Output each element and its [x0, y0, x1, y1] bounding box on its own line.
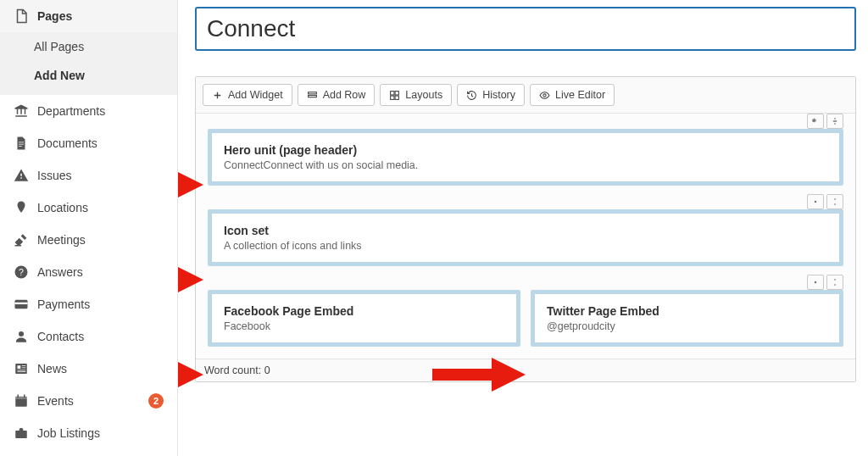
pin-icon — [14, 200, 29, 215]
svg-rect-7 — [22, 365, 26, 366]
sidebar-item-issues[interactable]: Issues — [0, 159, 177, 192]
sidebar-label: Departments — [37, 104, 164, 118]
sidebar-label: News — [37, 362, 164, 375]
main-content: Add Widget Add Row Layouts History Live … — [178, 0, 868, 456]
person-icon — [14, 329, 29, 344]
widget-description: Facebook — [224, 320, 504, 332]
sidebar-label: Issues — [37, 169, 164, 182]
wordcount-label: Word count: — [204, 364, 264, 376]
svg-rect-22 — [391, 91, 394, 94]
svg-rect-5 — [15, 364, 27, 374]
svg-rect-9 — [18, 370, 26, 371]
building-icon — [14, 103, 29, 119]
sidebar-item-contacts[interactable]: Contacts — [0, 320, 177, 353]
svg-point-26 — [543, 93, 546, 96]
svg-rect-23 — [395, 91, 398, 94]
svg-rect-3 — [15, 303, 28, 304]
live-editor-button[interactable]: Live Editor — [530, 84, 615, 106]
svg-rect-6 — [18, 365, 21, 369]
add-widget-button[interactable]: Add Widget — [203, 84, 292, 106]
svg-rect-25 — [395, 96, 398, 99]
sidebar-label: Events — [37, 394, 140, 408]
sidebar-submenu-pages: All Pages Add New — [0, 32, 177, 95]
builder-row: Hero unit (page header) ConnectConnect w… — [208, 129, 843, 186]
sidebar-label: Documents — [37, 136, 164, 150]
svg-rect-14 — [24, 395, 25, 398]
btn-label: Add Row — [323, 89, 366, 101]
svg-rect-8 — [22, 368, 26, 369]
widget-facebook-embed[interactable]: Facebook Page Embed Facebook — [208, 290, 520, 347]
row-settings-button[interactable] — [807, 114, 824, 129]
sidebar-label: Job Listings — [37, 426, 164, 440]
sidebar-label: Pages — [37, 9, 164, 23]
builder-toolbar: Add Widget Add Row Layouts History Live … — [196, 77, 855, 114]
sidebar-sub-add-new[interactable]: Add New — [0, 61, 177, 90]
widget-icon-set[interactable]: Icon set A collection of icons and links — [208, 209, 843, 266]
sidebar-item-answers[interactable]: ? Answers — [0, 256, 177, 288]
svg-rect-15 — [15, 431, 27, 438]
row-move-button[interactable] — [826, 114, 843, 129]
calendar-icon — [14, 393, 29, 409]
widget-title: Icon set — [224, 224, 827, 237]
sidebar-label: Meetings — [37, 233, 164, 247]
gavel-icon — [14, 232, 29, 247]
sidebar-item-forms[interactable]: Forms — [0, 449, 177, 456]
svg-text:?: ? — [19, 267, 24, 277]
svg-rect-10 — [18, 371, 26, 372]
sidebar-item-locations[interactable]: Locations — [0, 192, 177, 224]
widget-description: A collection of icons and links — [224, 240, 827, 252]
btn-label: Add Widget — [228, 89, 283, 101]
news-icon — [14, 361, 29, 376]
sidebar-item-events[interactable]: Events 2 — [0, 385, 177, 417]
svg-rect-13 — [18, 395, 19, 398]
page-title-input[interactable] — [195, 7, 856, 51]
widget-title: Twitter Page Embed — [547, 304, 827, 318]
sidebar-sub-all-pages[interactable]: All Pages — [0, 32, 177, 61]
row-settings-button[interactable] — [807, 194, 824, 209]
sidebar-item-news[interactable]: News — [0, 353, 177, 385]
sidebar-item-job-listings[interactable]: Job Listings — [0, 417, 177, 449]
page-icon — [14, 8, 29, 24]
sidebar-label: Contacts — [37, 330, 164, 343]
row-move-button[interactable] — [826, 275, 843, 290]
events-badge: 2 — [148, 393, 164, 409]
row-move-button[interactable] — [826, 194, 843, 209]
page-builder: Add Widget Add Row Layouts History Live … — [195, 76, 856, 382]
svg-point-27 — [815, 201, 817, 203]
document-icon — [14, 136, 29, 151]
btn-label: History — [482, 89, 515, 101]
sidebar: Pages All Pages Add New Departments Docu… — [0, 0, 178, 456]
wordcount-value: 0 — [264, 364, 270, 376]
status-bar: Word count: 0 — [196, 359, 855, 381]
sidebar-label: Answers — [37, 265, 164, 279]
add-row-button[interactable]: Add Row — [298, 84, 376, 106]
sidebar-label: Locations — [37, 201, 164, 214]
sidebar-item-payments[interactable]: Payments — [0, 288, 177, 320]
sidebar-item-documents[interactable]: Documents — [0, 127, 177, 159]
widget-twitter-embed[interactable]: Twitter Page Embed @getproudcity — [531, 290, 843, 347]
svg-rect-20 — [308, 92, 316, 93]
sidebar-item-departments[interactable]: Departments — [0, 95, 177, 127]
btn-label: Layouts — [405, 89, 442, 101]
row-settings-button[interactable] — [807, 275, 824, 290]
warning-icon — [14, 168, 29, 183]
card-icon — [14, 297, 29, 312]
svg-rect-12 — [15, 397, 27, 399]
builder-row: Icon set A collection of icons and links — [208, 209, 843, 266]
builder-canvas: Hero unit (page header) ConnectConnect w… — [196, 114, 855, 347]
layouts-button[interactable]: Layouts — [380, 84, 452, 106]
widget-title: Hero unit (page header) — [224, 143, 827, 157]
svg-rect-21 — [308, 95, 316, 97]
sidebar-label: Payments — [37, 298, 164, 311]
svg-point-4 — [19, 331, 24, 336]
svg-point-28 — [815, 281, 817, 284]
sidebar-item-pages[interactable]: Pages — [0, 0, 177, 32]
widget-title: Facebook Page Embed — [224, 304, 504, 318]
svg-rect-24 — [391, 96, 394, 99]
question-icon: ? — [14, 264, 29, 280]
history-button[interactable]: History — [457, 84, 525, 106]
widget-hero-unit[interactable]: Hero unit (page header) ConnectConnect w… — [208, 129, 843, 186]
sidebar-item-meetings[interactable]: Meetings — [0, 224, 177, 256]
builder-row: Facebook Page Embed Facebook Twitter Pag… — [208, 290, 843, 347]
briefcase-icon — [14, 425, 29, 441]
